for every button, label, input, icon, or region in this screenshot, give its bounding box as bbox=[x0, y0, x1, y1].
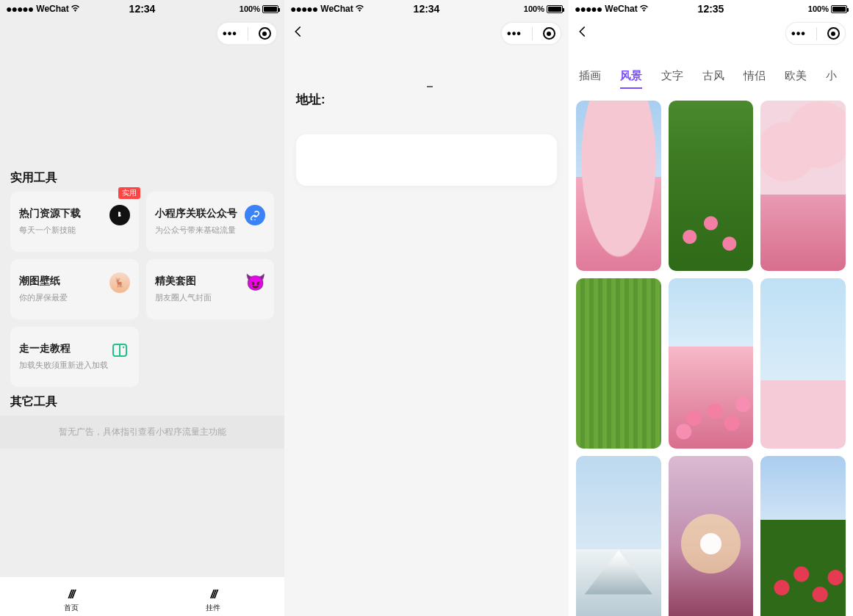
wifi-icon bbox=[639, 4, 649, 14]
signal-dots-icon: ●●●●● bbox=[290, 3, 317, 15]
wallpaper-thumb[interactable] bbox=[576, 278, 661, 449]
capsule-separator bbox=[532, 27, 533, 40]
status-bar: ●●●●● WeChat 12:34 100% bbox=[284, 0, 569, 18]
devil-icon: 😈 bbox=[245, 272, 265, 293]
bottom-tabbar: /// 首页 /// 挂件 bbox=[0, 576, 284, 616]
status-bar: ●●●●● WeChat 12:34 100% bbox=[0, 0, 284, 18]
section-title-other: 其它工具 bbox=[0, 394, 284, 416]
tab-home[interactable]: /// 首页 bbox=[0, 577, 143, 616]
miniprogram-capsule[interactable]: ••• bbox=[785, 22, 846, 45]
wallpaper-thumb[interactable] bbox=[669, 101, 754, 271]
capsule-separator bbox=[248, 27, 248, 40]
back-button[interactable] bbox=[576, 25, 591, 40]
battery-pct: 100% bbox=[240, 4, 260, 13]
card-desc: 朋友圈人气封面 bbox=[155, 292, 266, 303]
tab-illustration[interactable]: 插画 bbox=[579, 69, 601, 89]
clock: 12:34 bbox=[414, 3, 440, 15]
screen-address: ●●●●● WeChat 12:34 100% ••• 地址: bbox=[284, 0, 569, 616]
wallpaper-thumb[interactable] bbox=[669, 278, 754, 449]
miniprogram-capsule[interactable]: ••• bbox=[217, 22, 277, 45]
tab-widget[interactable]: /// 挂件 bbox=[143, 577, 285, 616]
tab-ancient[interactable]: 古风 bbox=[702, 69, 724, 89]
wifi-icon bbox=[355, 4, 364, 14]
wallpaper-thumb[interactable] bbox=[576, 101, 661, 271]
battery-icon bbox=[547, 5, 563, 13]
battery-pct: 100% bbox=[808, 4, 829, 13]
menu-icon[interactable]: ••• bbox=[791, 28, 806, 40]
card-desc: 加载失败须重新进入加载 bbox=[19, 360, 130, 371]
tab-text[interactable]: 文字 bbox=[661, 69, 683, 89]
close-target-icon[interactable] bbox=[543, 27, 555, 40]
close-target-icon[interactable] bbox=[827, 27, 840, 40]
link-icon bbox=[245, 205, 265, 225]
tab-scenery[interactable]: 风景 bbox=[620, 69, 642, 89]
battery-pct: 100% bbox=[524, 4, 544, 13]
carrier-label: WeChat bbox=[605, 4, 637, 14]
wallpaper-thumb[interactable] bbox=[760, 101, 846, 271]
dash-icon bbox=[427, 86, 433, 87]
carrier-label: WeChat bbox=[36, 4, 68, 14]
card-tutorial[interactable]: 走一走教程 加载失败须重新进入加载 bbox=[10, 327, 139, 387]
close-target-icon[interactable] bbox=[259, 27, 271, 40]
wallpaper-thumb[interactable] bbox=[760, 278, 846, 449]
battery-icon bbox=[262, 5, 278, 13]
signal-dots-icon: ●●●●● bbox=[575, 3, 602, 15]
card-desc: 每天一个新技能 bbox=[19, 225, 130, 236]
wifi-icon bbox=[71, 4, 80, 14]
miniprogram-capsule[interactable]: ••• bbox=[501, 22, 561, 45]
tab-western[interactable]: 欧美 bbox=[785, 69, 807, 89]
card-desc: 为公众号带来基础流量 bbox=[155, 225, 266, 236]
ad-placeholder: 暂无广告，具体指引查看小程序流量主功能 bbox=[0, 416, 284, 449]
tab-couple[interactable]: 情侣 bbox=[744, 69, 766, 89]
status-bar: ●●●●● WeChat 12:35 100% bbox=[569, 0, 853, 18]
stripes-icon: /// bbox=[211, 588, 216, 601]
clock: 12:34 bbox=[129, 3, 156, 15]
address-label: 地址: bbox=[296, 91, 557, 108]
tool-cards-grid: 实用 热门资源下载 每天一个新技能 小程序关联公众号 为公众号带来基础流量 潮图… bbox=[0, 192, 284, 394]
tab-label: 首页 bbox=[64, 603, 79, 613]
wallpaper-grid bbox=[569, 95, 853, 616]
address-card[interactable] bbox=[296, 134, 557, 186]
b-icon bbox=[109, 205, 130, 225]
screen-gallery: ●●●●● WeChat 12:35 100% ••• 插画 风景 文字 古风 … bbox=[569, 0, 853, 616]
screen-tools: ●●●●● WeChat 12:34 100% ••• 实用工具 实用 热门资源… bbox=[0, 0, 284, 616]
deer-icon: 🦌 bbox=[109, 272, 130, 293]
svg-point-3 bbox=[122, 347, 123, 348]
battery-icon bbox=[831, 5, 847, 13]
wallpaper-thumb[interactable] bbox=[669, 456, 754, 616]
card-link-mp[interactable]: 小程序关联公众号 为公众号带来基础流量 bbox=[146, 192, 275, 252]
carrier-label: WeChat bbox=[320, 4, 353, 14]
book-icon bbox=[109, 340, 130, 360]
badge-practical: 实用 bbox=[118, 187, 140, 199]
back-button[interactable] bbox=[292, 25, 306, 40]
section-title-tools: 实用工具 bbox=[0, 170, 284, 192]
wallpaper-thumb[interactable] bbox=[576, 456, 661, 616]
tab-label: 挂件 bbox=[206, 603, 220, 613]
card-desc: 你的屏保最爱 bbox=[19, 292, 130, 303]
wallpaper-thumb[interactable] bbox=[760, 456, 846, 616]
menu-icon[interactable]: ••• bbox=[507, 28, 522, 40]
card-cover[interactable]: 精美套图 朋友圈人气封面 😈 bbox=[146, 259, 275, 319]
card-wallpaper[interactable]: 潮图壁纸 你的屏保最爱 🦌 bbox=[10, 259, 139, 319]
signal-dots-icon: ●●●●● bbox=[6, 3, 33, 15]
capsule-separator bbox=[816, 27, 817, 40]
menu-icon[interactable]: ••• bbox=[223, 28, 237, 40]
stripes-icon: /// bbox=[68, 588, 73, 601]
tab-more[interactable]: 小 bbox=[826, 69, 837, 89]
clock: 12:35 bbox=[698, 3, 724, 15]
card-hot-download[interactable]: 实用 热门资源下载 每天一个新技能 bbox=[10, 192, 139, 252]
